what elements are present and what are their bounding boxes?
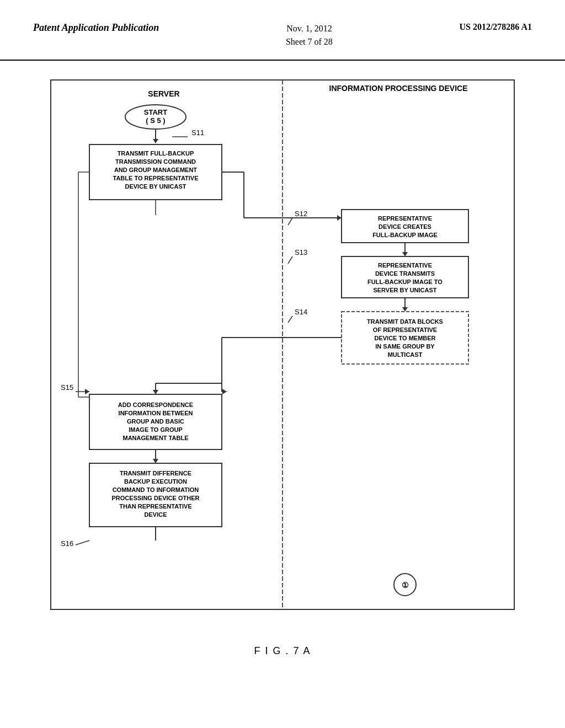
svg-text:TRANSMIT DIFFERENCE: TRANSMIT DIFFERENCE [120, 470, 191, 477]
svg-text:DEVICE: DEVICE [145, 511, 167, 518]
svg-line-23 [288, 256, 292, 264]
publication-title: Patent Application Publication [33, 22, 159, 34]
svg-marker-50 [153, 459, 158, 463]
figure-caption: F I G . 7 A [45, 645, 520, 657]
svg-line-30 [288, 316, 292, 323]
patent-number: US 2012/278286 A1 [459, 22, 532, 32]
s12-label: S12 [295, 210, 307, 218]
svg-text:REPRESENTATIVE: REPRESENTATIVE [378, 215, 432, 222]
svg-text:GROUP AND BASIC: GROUP AND BASIC [127, 418, 184, 425]
diagram-area: SERVER INFORMATION PROCESSING DEVICE STA… [0, 66, 565, 668]
svg-text:FULL-BACKUP IMAGE TO: FULL-BACKUP IMAGE TO [367, 279, 443, 285]
svg-text:SERVER BY UNICAST: SERVER BY UNICAST [373, 287, 436, 293]
svg-text:BACKUP EXECUTION: BACKUP EXECUTION [124, 478, 187, 485]
svg-line-17 [288, 218, 292, 225]
svg-marker-6 [153, 139, 158, 143]
diagram-container: SERVER INFORMATION PROCESSING DEVICE STA… [45, 77, 520, 657]
svg-text:INFORMATION BETWEEN: INFORMATION BETWEEN [119, 410, 193, 416]
svg-text:OF REPRESENTATIVE: OF REPRESENTATIVE [373, 326, 437, 333]
svg-text:DEVICE CREATES: DEVICE CREATES [379, 223, 431, 230]
svg-text:TRANSMIT DATA BLOCKS: TRANSMIT DATA BLOCKS [367, 318, 443, 325]
svg-text:THAN REPRESENTATIVE: THAN REPRESENTATIVE [119, 503, 192, 510]
svg-text:COMMAND TO INFORMATION: COMMAND TO INFORMATION [113, 486, 199, 493]
svg-text:TRANSMIT FULL-BACKUP: TRANSMIT FULL-BACKUP [118, 150, 194, 157]
svg-text:TRANSMISSION COMMAND: TRANSMISSION COMMAND [115, 158, 196, 165]
flowchart-svg: SERVER INFORMATION PROCESSING DEVICE STA… [45, 77, 520, 629]
server-col-header: SERVER [148, 89, 179, 98]
s14-label: S14 [295, 308, 307, 316]
svg-text:IN SAME GROUP BY: IN SAME GROUP BY [375, 343, 435, 350]
svg-marker-39 [222, 389, 227, 394]
svg-marker-41 [85, 389, 89, 394]
svg-line-58 [76, 540, 89, 545]
svg-text:AND GROUP MANAGEMENT: AND GROUP MANAGEMENT [114, 167, 197, 173]
svg-text:TABLE TO REPRESENTATIVE: TABLE TO REPRESENTATIVE [113, 175, 198, 181]
publication-date: Nov. 1, 2012 [286, 24, 332, 33]
s11-label: S11 [191, 129, 204, 137]
svg-text:MULTICAST: MULTICAST [388, 351, 423, 358]
svg-text:ADD CORRESPONDENCE: ADD CORRESPONDENCE [118, 402, 193, 408]
s15-label: S15 [61, 383, 73, 392]
svg-text:IMAGE TO GROUP: IMAGE TO GROUP [129, 426, 183, 433]
svg-text:REPRESENTATIVE: REPRESENTATIVE [378, 262, 432, 269]
svg-text:MANAGEMENT TABLE: MANAGEMENT TABLE [123, 435, 189, 441]
svg-text:START: START [144, 108, 167, 116]
svg-text:DEVICE BY UNICAST: DEVICE BY UNICAST [125, 183, 186, 190]
header-center: Nov. 1, 2012 Sheet 7 of 28 [286, 22, 333, 49]
device-col-header: INFORMATION PROCESSING DEVICE [329, 84, 468, 93]
svg-text:①: ① [402, 581, 409, 590]
svg-marker-29 [402, 307, 408, 312]
svg-text:DEVICE TO MEMBER: DEVICE TO MEMBER [374, 335, 435, 341]
sheet-info: Sheet 7 of 28 [286, 37, 333, 46]
svg-text:DEVICE TRANSMITS: DEVICE TRANSMITS [375, 270, 435, 277]
s16-label: S16 [61, 539, 73, 548]
s13-label: S13 [295, 248, 307, 256]
svg-text:FULL-BACKUP IMAGE: FULL-BACKUP IMAGE [372, 232, 438, 238]
svg-marker-22 [402, 252, 408, 256]
svg-text:PROCESSING DEVICE OTHER: PROCESSING DEVICE OTHER [112, 495, 200, 501]
page-header: Patent Application Publication Nov. 1, 2… [0, 0, 565, 61]
svg-marker-16 [337, 215, 342, 221]
svg-text:( S 5 ): ( S 5 ) [146, 116, 165, 125]
